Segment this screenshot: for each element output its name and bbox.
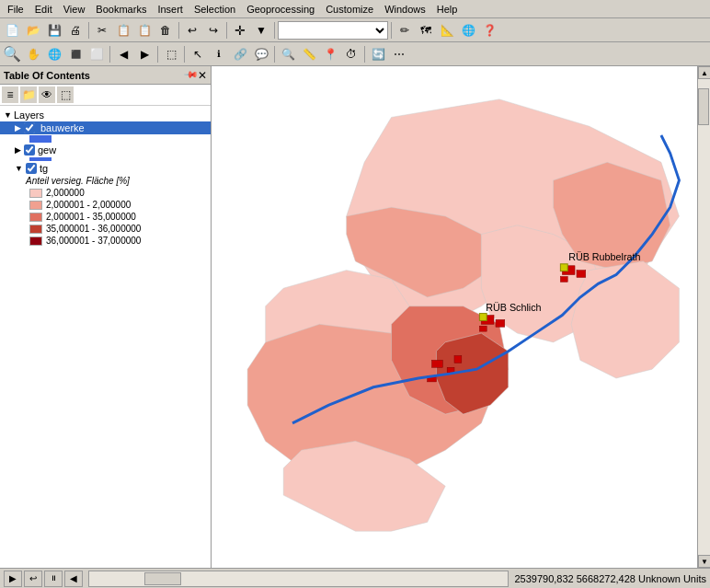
toc-selection-btn[interactable]: ⬚ (57, 86, 74, 103)
horizontal-scrollbar[interactable] (88, 571, 509, 587)
label-schlich: RÜB Schlich (486, 302, 541, 313)
map-area[interactable]: RÜB Rubbelrath RÜB Schlich (212, 66, 697, 568)
redo-button[interactable]: ↪ (203, 20, 223, 40)
next-extent-btn[interactable]: ▶ (134, 44, 155, 64)
status-icon-1[interactable]: ▶ (4, 571, 22, 587)
zoom-full-btn[interactable]: ⬛ (65, 44, 86, 64)
status-icon-3[interactable]: ⏸ (44, 571, 63, 587)
measure-btn[interactable]: 📏 (299, 44, 319, 64)
toolbar-1: 📄 📂 💾 🖨 ✂ 📋 📋 🗑 ↩ ↪ ✛ ▼ ✏ 🗺 📐 🌐 ❓ (0, 18, 710, 42)
hyperlink-btn[interactable]: 🔗 (230, 44, 250, 64)
print-button[interactable]: 🖨 (65, 20, 86, 40)
layer-tg[interactable]: ▼ tg (0, 162, 211, 175)
layer-bauwerke[interactable]: ▶ bauwerke (0, 121, 211, 134)
status-icons: ▶ ↩ ⏸ ◀ (4, 571, 83, 587)
menu-file[interactable]: File (2, 2, 29, 17)
menu-geoprocessing[interactable]: Geoprocessing (241, 2, 320, 17)
goto-btn[interactable]: 📍 (320, 44, 340, 64)
toc-toolbar: ≡ 📁 👁 ⬚ (0, 85, 211, 106)
gew-color (29, 157, 52, 161)
scale-dropdown[interactable] (278, 21, 388, 40)
html-popup-btn[interactable]: 💬 (251, 44, 271, 64)
legend-label-1: 2,000001 - 2,000000 (46, 200, 131, 210)
pin-icon[interactable]: 📌 (182, 66, 199, 83)
close-icon[interactable]: ✕ (198, 69, 207, 82)
gew-checkbox[interactable] (24, 144, 35, 156)
menu-bookmarks[interactable]: Bookmarks (90, 2, 152, 17)
menu-customize[interactable]: Customize (320, 2, 379, 17)
bauwerke-label: bauwerke (38, 122, 87, 133)
scroll-track[interactable] (698, 79, 710, 555)
scroll-down-btn[interactable]: ▼ (698, 555, 710, 568)
prev-extent-btn[interactable]: ◀ (113, 44, 133, 64)
main-content: Table Of Contents 📌 ✕ ≡ 📁 👁 ⬚ ▼ Layers ▶ (0, 66, 710, 568)
label-rubbelrath: RÜB Rubbelrath (568, 251, 640, 262)
status-icon-2[interactable]: ↩ (24, 571, 42, 587)
toc-list-btn[interactable]: ≡ (2, 86, 18, 103)
scroll-up-btn[interactable]: ▲ (698, 66, 710, 79)
editor-toolbar[interactable]: ✏ (395, 20, 415, 40)
toc-visibility-btn[interactable]: 👁 (39, 86, 55, 103)
find-btn[interactable]: 🔍 (278, 44, 298, 64)
layers-group-header[interactable]: ▼ Layers (0, 109, 211, 121)
legend-label-2: 2,000001 - 35,000000 (46, 212, 136, 222)
copy-button[interactable]: 📋 (113, 20, 133, 40)
zoom-in-btn[interactable]: 🔍 (2, 44, 22, 64)
svg-rect-19 (577, 271, 586, 278)
paste-button[interactable]: 📋 (134, 20, 155, 40)
toc-content: ▼ Layers ▶ bauwerke ▶ gew (0, 106, 211, 568)
menu-edit[interactable]: Edit (29, 2, 58, 17)
scroll-thumb[interactable] (698, 88, 709, 125)
time-btn[interactable]: ⏱ (341, 44, 361, 64)
legend-item-4: 36,000001 - 37,000000 (0, 235, 211, 247)
open-button[interactable]: 📂 (23, 20, 43, 40)
layers-group: ▼ Layers ▶ bauwerke ▶ gew (0, 108, 211, 248)
bauwerke-checkbox[interactable] (24, 122, 35, 133)
scene-btn[interactable]: 🌐 (458, 20, 478, 40)
svg-rect-17 (479, 326, 487, 331)
arrow-tool[interactable]: ↖ (188, 44, 208, 64)
add-dropdown[interactable]: ▼ (251, 20, 271, 40)
sep2 (178, 22, 179, 39)
menu-view[interactable]: View (58, 2, 91, 17)
switch-btn[interactable]: 🔄 (368, 44, 388, 64)
cut-button[interactable]: ✂ (92, 20, 112, 40)
svg-rect-22 (479, 314, 487, 321)
layer-gew[interactable]: ▶ gew (0, 144, 211, 156)
legend-color-4 (29, 236, 42, 246)
layout-btn[interactable]: 📐 (437, 20, 457, 40)
vertical-scrollbar: ▲ ▼ (697, 66, 710, 568)
legend-item-1: 2,000001 - 2,000000 (0, 199, 211, 211)
delete-button[interactable]: 🗑 (155, 20, 176, 40)
toc-source-btn[interactable]: 📁 (20, 86, 37, 103)
zoom-layer-btn[interactable]: ⬜ (86, 44, 107, 64)
help-btn[interactable]: ❓ (479, 20, 499, 40)
hscroll-thumb[interactable] (144, 572, 181, 585)
select-btn[interactable]: ⬚ (161, 44, 181, 64)
identify-btn[interactable]: ℹ (209, 44, 229, 64)
sep4 (274, 22, 275, 39)
save-button[interactable]: 💾 (44, 20, 64, 40)
status-icon-4[interactable]: ◀ (64, 571, 83, 587)
tg-checkbox[interactable] (26, 163, 37, 174)
new-button[interactable]: 📄 (2, 20, 22, 40)
menu-help[interactable]: Help (431, 2, 464, 17)
svg-rect-14 (454, 356, 462, 363)
menu-insert[interactable]: Insert (152, 2, 189, 17)
undo-button[interactable]: ↩ (182, 20, 202, 40)
legend-label-0: 2,000000 (46, 188, 85, 198)
svg-rect-21 (560, 264, 567, 271)
sep1 (88, 22, 89, 39)
add-data-button[interactable]: ✛ (230, 20, 250, 40)
toc-header: Table Of Contents 📌 ✕ (0, 66, 211, 85)
pan-btn[interactable]: ✋ (23, 44, 43, 64)
tg-label: tg (40, 163, 48, 174)
more-btn[interactable]: ⋯ (389, 44, 409, 64)
legend-title: Anteil versieg. Fläche [%] (0, 175, 211, 187)
arcmap-btn[interactable]: 🗺 (416, 20, 436, 40)
svg-rect-20 (560, 277, 567, 282)
bauwerke-expand: ▶ (15, 123, 21, 133)
menu-windows[interactable]: Windows (379, 2, 431, 17)
globe-btn[interactable]: 🌐 (44, 44, 64, 64)
menu-selection[interactable]: Selection (189, 2, 241, 17)
